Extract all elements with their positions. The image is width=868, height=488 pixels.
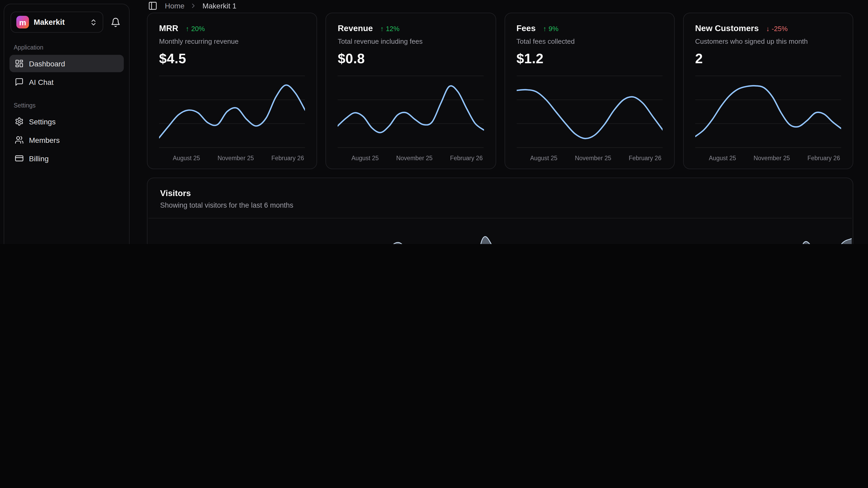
chevron-right-icon bbox=[190, 2, 197, 9]
stat-card-revenue: Revenue ↑12% Total revenue including fee… bbox=[326, 13, 496, 169]
visitors-card: Visitors Showing total visitors for the … bbox=[147, 178, 853, 244]
axis-tick-label: November 25 bbox=[753, 155, 790, 161]
stat-card-fees: Fees ↑9% Total fees collected $1.2 Augus… bbox=[504, 13, 675, 169]
users-icon bbox=[15, 136, 24, 144]
stat-title: MRR bbox=[159, 24, 178, 33]
axis-tick-label: August 25 bbox=[530, 155, 558, 161]
stat-title: New Customers bbox=[695, 24, 759, 33]
trend-badge: ↑9% bbox=[543, 25, 559, 32]
change-value: 12% bbox=[386, 25, 400, 32]
credit-card-icon bbox=[15, 154, 24, 163]
workspace-name: Makerkit bbox=[34, 18, 85, 26]
axis-tick-label: August 25 bbox=[709, 155, 736, 161]
change-value: 9% bbox=[549, 25, 559, 32]
stat-cards-row: MRR ↑20% Monthly recurring revenue $4.5 … bbox=[147, 13, 853, 169]
sidebar-item-ai-chat[interactable]: AI Chat bbox=[9, 73, 124, 91]
sidebar-nav: Application Dashboard AI Chat Settings S… bbox=[4, 44, 129, 167]
axis-tick-label: February 26 bbox=[271, 155, 304, 161]
trend-badge: ↑12% bbox=[380, 25, 400, 32]
arrow-up-icon: ↑ bbox=[380, 25, 384, 32]
dashboard-grid-icon bbox=[15, 59, 24, 68]
logo-letter: m bbox=[19, 18, 26, 26]
visitors-title: Visitors bbox=[160, 189, 840, 198]
nav-label: Settings bbox=[29, 117, 56, 126]
notifications-button[interactable] bbox=[108, 15, 123, 29]
stat-value: $4.5 bbox=[159, 51, 305, 67]
sidebar-item-billing[interactable]: Billing bbox=[9, 150, 124, 167]
axis-tick-label: November 25 bbox=[218, 155, 254, 161]
arrow-up-icon: ↑ bbox=[543, 25, 547, 32]
new-customers-sparkline-chart bbox=[695, 75, 841, 152]
stat-card-mrr: MRR ↑20% Monthly recurring revenue $4.5 … bbox=[147, 13, 317, 169]
sidebar-item-dashboard[interactable]: Dashboard bbox=[9, 55, 124, 72]
visitors-subtitle: Showing total visitors for the last 6 mo… bbox=[160, 201, 840, 209]
chevrons-up-down-icon bbox=[90, 18, 97, 26]
x-axis: August 25November 25February 26 bbox=[695, 152, 841, 161]
axis-tick-label: August 25 bbox=[173, 155, 200, 161]
panel-left-icon bbox=[148, 1, 157, 10]
axis-tick-label: November 25 bbox=[575, 155, 611, 161]
stat-description: Total fees collected bbox=[517, 37, 662, 45]
gear-icon bbox=[15, 117, 24, 126]
change-value: 20% bbox=[191, 25, 205, 32]
nav-label: Billing bbox=[29, 154, 49, 163]
arrow-down-icon: ↓ bbox=[766, 25, 770, 32]
stat-description: Total revenue including fees bbox=[338, 37, 484, 45]
nav-section-application: Application bbox=[4, 44, 129, 51]
sidebar-item-settings[interactable]: Settings bbox=[9, 113, 124, 130]
stat-value: $1.2 bbox=[517, 51, 662, 67]
breadcrumb-current: Makerkit 1 bbox=[203, 2, 237, 10]
stat-card-new-customers: New Customers ↓-25% Customers who signed… bbox=[683, 13, 854, 169]
stat-title: Revenue bbox=[338, 24, 373, 33]
top-bar: Home Makerkit 1 bbox=[133, 0, 868, 11]
stat-description: Customers who signed up this month bbox=[695, 37, 841, 45]
axis-tick-label: February 26 bbox=[450, 155, 483, 161]
x-axis: August 25November 25February 26 bbox=[517, 152, 662, 161]
breadcrumb-home[interactable]: Home bbox=[165, 2, 185, 10]
axis-tick-label: February 26 bbox=[807, 155, 840, 161]
axis-tick-label: November 25 bbox=[396, 155, 432, 161]
nav-label: AI Chat bbox=[29, 78, 54, 86]
stat-value: $0.8 bbox=[338, 51, 484, 67]
sidebar-item-members[interactable]: Members bbox=[9, 131, 124, 149]
stat-description: Monthly recurring revenue bbox=[159, 37, 305, 45]
arrow-up-icon: ↑ bbox=[186, 25, 189, 32]
sidebar: m Makerkit Application Dashboard bbox=[4, 4, 130, 244]
makerkit-logo: m bbox=[16, 16, 29, 28]
mrr-sparkline-chart bbox=[159, 75, 305, 152]
revenue-sparkline-chart bbox=[338, 75, 484, 152]
nav-label: Dashboard bbox=[29, 59, 65, 68]
change-value: -25% bbox=[772, 25, 788, 32]
x-axis: August 25November 25February 26 bbox=[338, 152, 484, 161]
bell-icon bbox=[111, 17, 121, 27]
dashboard-page: m Makerkit Application Dashboard bbox=[0, 0, 868, 244]
axis-tick-label: August 25 bbox=[351, 155, 379, 161]
breadcrumb: Home Makerkit 1 bbox=[165, 2, 237, 10]
sidebar-toggle-button[interactable] bbox=[147, 0, 158, 11]
nav-section-settings: Settings bbox=[4, 102, 129, 109]
visitors-area-chart bbox=[149, 218, 852, 244]
chat-bubble-icon bbox=[15, 78, 24, 86]
stat-title: Fees bbox=[517, 24, 536, 33]
trend-badge: ↓-25% bbox=[766, 25, 788, 32]
stat-value: 2 bbox=[695, 51, 841, 67]
workspace-selector[interactable]: m Makerkit bbox=[10, 11, 103, 33]
axis-tick-label: February 26 bbox=[629, 155, 661, 161]
x-axis: August 25November 25February 26 bbox=[159, 152, 305, 161]
nav-label: Members bbox=[29, 136, 60, 144]
fees-sparkline-chart bbox=[517, 75, 662, 152]
trend-badge: ↑20% bbox=[186, 25, 205, 32]
